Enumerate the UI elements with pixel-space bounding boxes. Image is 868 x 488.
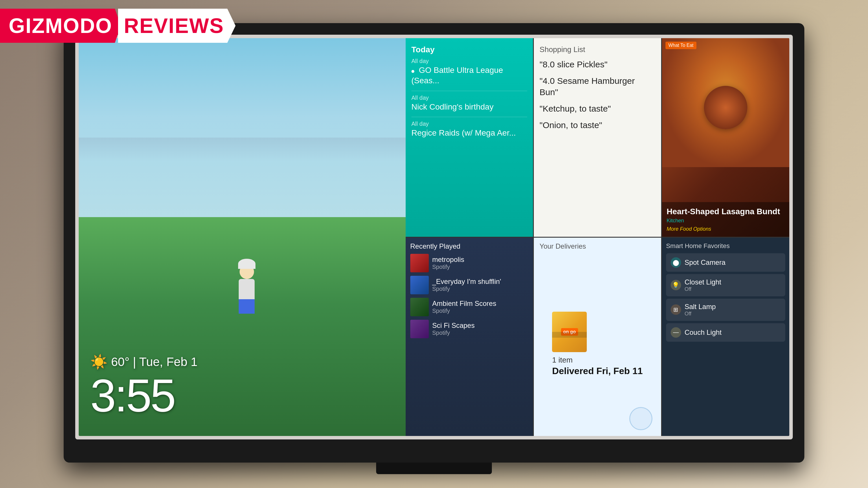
music-source-4: Spotify: [432, 330, 475, 336]
tv-inner: ☀️ 60° | Tue, Feb 1 3:55 Today: [75, 35, 793, 440]
child-body: [239, 279, 255, 299]
delivery-panel[interactable]: Your Deliveries on go 1 item Delivered F…: [534, 238, 661, 436]
sh-info-salt-lamp: Salt Lamp Off: [685, 303, 716, 317]
child-head: [240, 264, 254, 279]
event-1-dot: [411, 70, 414, 73]
food-source: Kitchen: [666, 218, 785, 224]
today-panel[interactable]: Today All day GO Battle Ultra League (Se…: [406, 38, 533, 237]
event-1: All day GO Battle Ultra League (Seas...: [411, 58, 527, 86]
sh-info-camera: Spot Camera: [685, 258, 725, 266]
sh-item-couch-light[interactable]: — Couch Light: [666, 323, 785, 342]
shopping-title: Shopping List: [539, 45, 655, 54]
sh-icon-camera: ⬤: [671, 257, 681, 268]
event-2-label: All day: [411, 95, 527, 101]
music-panel[interactable]: Recently Played metropolis Spotify _Ever…: [406, 238, 533, 436]
music-name-1: metropolis: [432, 256, 464, 264]
music-info-4: Sci Fi Scapes Spotify: [432, 322, 475, 336]
music-thumb-1: [410, 254, 429, 272]
food-title: Heart-Shaped Lasagna Bundt: [666, 207, 785, 217]
music-info-1: metropolis Spotify: [432, 256, 464, 270]
right-panels: Today All day GO Battle Ultra League (Se…: [406, 38, 789, 436]
music-info-2: _Everyday I'm shufflin' Spotify: [432, 278, 501, 292]
sh-icon-couch-light: —: [671, 327, 681, 338]
delivery-content: on go 1 item Delivered Fri, Feb 11: [552, 312, 643, 377]
music-name-2: _Everyday I'm shufflin': [432, 278, 501, 286]
food-panel[interactable]: What To Eat Heart-Shaped Lasagna Bundt K…: [662, 38, 789, 237]
music-thumb-3: [410, 298, 429, 316]
package-icon: on go: [552, 312, 587, 352]
package-stripe: [552, 332, 587, 338]
shopping-item-4: "Onion, to taste": [539, 120, 655, 131]
shopping-item-1: "8.0 slice Pickles": [539, 59, 655, 70]
sh-item-salt-lamp[interactable]: ⊞ Salt Lamp Off: [666, 299, 785, 321]
today-title: Today: [411, 45, 527, 54]
event-3-name: Regice Raids (w/ Mega Aer...: [411, 128, 527, 138]
delivery-date: Delivered Fri, Feb 11: [552, 366, 643, 377]
music-name-4: Sci Fi Scapes: [432, 322, 475, 330]
music-item-3[interactable]: Ambient Film Scores Spotify: [410, 298, 528, 316]
sh-item-closet-light[interactable]: 💡 Closet Light Off: [666, 274, 785, 296]
delivery-tracker-circle: [629, 407, 652, 430]
weather-temp-date: 60° | Tue, Feb 1: [111, 355, 197, 369]
music-thumb-4: [410, 320, 429, 338]
food-badge: What To Eat: [665, 42, 696, 49]
event-1-name: GO Battle Ultra League (Seas...: [411, 65, 527, 86]
event-2: All day Nick Codling's birthday: [411, 95, 527, 112]
event-3-label: All day: [411, 121, 527, 127]
sh-name-salt-lamp: Salt Lamp: [685, 303, 716, 311]
reviews-label: REVIEWS: [124, 14, 224, 37]
clock-display: 3:55: [90, 372, 197, 419]
sh-status-closet-light: Off: [685, 286, 721, 292]
sh-info-closet-light: Closet Light Off: [685, 278, 721, 292]
music-source-2: Spotify: [432, 286, 501, 292]
music-info-3: Ambient Film Scores Spotify: [432, 299, 496, 314]
music-title: Recently Played: [410, 242, 528, 250]
sh-status-salt-lamp: Off: [685, 311, 716, 317]
event-1-label: All day: [411, 58, 527, 64]
sh-icon-closet-light: 💡: [671, 280, 681, 290]
gizmodo-banner: GIZMODO REVIEWS: [0, 9, 236, 43]
event-divider-2: [411, 117, 527, 117]
smarthome-panel[interactable]: Smart Home Favorites ⬤ Spot Camera 💡 Clo…: [662, 238, 789, 436]
music-item-1[interactable]: metropolis Spotify: [410, 254, 528, 272]
food-more-link[interactable]: More Food Options: [666, 226, 785, 232]
weather-line: ☀️ 60° | Tue, Feb 1: [90, 354, 197, 370]
sh-item-spot-camera[interactable]: ⬤ Spot Camera: [666, 253, 785, 272]
food-visual: [675, 58, 777, 157]
smarthome-title: Smart Home Favorites: [666, 242, 785, 250]
sun-icon: ☀️: [90, 354, 107, 370]
music-source-1: Spotify: [432, 264, 464, 270]
music-item-4[interactable]: Sci Fi Scapes Spotify: [410, 320, 528, 338]
music-name-3: Ambient Film Scores: [432, 299, 496, 307]
child-figure: [235, 264, 258, 317]
sh-info-couch-light: Couch Light: [685, 328, 722, 336]
sh-icon-salt-lamp: ⊞: [671, 304, 681, 315]
sh-name-closet-light: Closet Light: [685, 278, 721, 286]
mountains-bg: [79, 138, 406, 161]
shopping-item-3: "Ketchup, to taste": [539, 103, 655, 114]
delivery-title: Your Deliveries: [539, 242, 586, 250]
reviews-white-bg: REVIEWS: [118, 9, 236, 43]
screen: ☀️ 60° | Tue, Feb 1 3:55 Today: [79, 38, 789, 436]
tv-stand: [376, 462, 492, 474]
event-2-name: Nick Codling's birthday: [411, 102, 527, 112]
weather-clock-overlay: ☀️ 60° | Tue, Feb 1 3:55: [90, 354, 197, 419]
music-thumb-2: [410, 276, 429, 294]
event-3: All day Regice Raids (w/ Mega Aer...: [411, 121, 527, 138]
child-pants: [239, 299, 255, 314]
food-circle: [704, 86, 747, 129]
sh-name-camera: Spot Camera: [685, 258, 725, 266]
food-overlay: Heart-Shaped Lasagna Bundt Kitchen More …: [662, 202, 789, 237]
delivery-count: 1 item: [552, 356, 643, 364]
child-hat: [238, 259, 255, 269]
gizmodo-label: GIZMODO: [9, 14, 112, 37]
gizmodo-red-bg: GIZMODO: [0, 9, 121, 43]
tv-frame: ☀️ 60° | Tue, Feb 1 3:55 Today: [64, 23, 804, 462]
shopping-item-2: "4.0 Sesame Hamburger Bun": [539, 75, 655, 98]
left-panel: ☀️ 60° | Tue, Feb 1 3:55: [79, 38, 406, 436]
shopping-panel[interactable]: Shopping List "8.0 slice Pickles" "4.0 S…: [534, 38, 661, 237]
sh-name-couch-light: Couch Light: [685, 328, 722, 336]
music-item-2[interactable]: _Everyday I'm shufflin' Spotify: [410, 276, 528, 294]
music-source-3: Spotify: [432, 307, 496, 314]
